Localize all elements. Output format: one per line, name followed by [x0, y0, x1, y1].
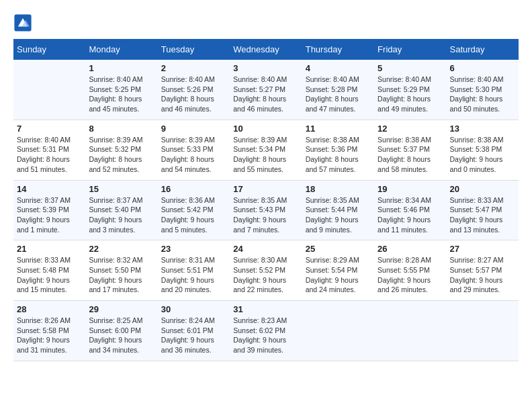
day-number: 18 [306, 184, 371, 194]
calendar-cell: 1Sunrise: 8:40 AM Sunset: 5:25 PM Daylig… [85, 60, 157, 120]
day-number: 12 [378, 124, 443, 134]
day-number: 21 [17, 244, 82, 254]
day-number: 11 [306, 124, 371, 134]
calendar-cell: 16Sunrise: 8:36 AM Sunset: 5:42 PM Dayli… [158, 180, 230, 240]
day-info: Sunrise: 8:40 AM Sunset: 5:29 PM Dayligh… [378, 75, 443, 114]
calendar-table: SundayMondayTuesdayWednesdayThursdayFrid… [13, 39, 519, 361]
day-info: Sunrise: 8:37 AM Sunset: 5:40 PM Dayligh… [89, 195, 154, 235]
calendar-cell: 15Sunrise: 8:37 AM Sunset: 5:40 PM Dayli… [85, 180, 157, 240]
day-info: Sunrise: 8:38 AM Sunset: 5:36 PM Dayligh… [306, 135, 371, 175]
calendar-cell: 31Sunrise: 8:23 AM Sunset: 6:02 PM Dayli… [230, 301, 302, 361]
day-number: 29 [89, 304, 154, 314]
calendar-cell: 27Sunrise: 8:27 AM Sunset: 5:57 PM Dayli… [447, 240, 519, 301]
page-header [13, 13, 519, 32]
calendar-cell: 21Sunrise: 8:33 AM Sunset: 5:48 PM Dayli… [13, 240, 85, 301]
day-number: 16 [161, 184, 226, 194]
day-info: Sunrise: 8:35 AM Sunset: 5:44 PM Dayligh… [306, 195, 371, 235]
day-number: 22 [89, 244, 154, 254]
day-info: Sunrise: 8:33 AM Sunset: 5:48 PM Dayligh… [17, 255, 82, 295]
calendar-cell: 25Sunrise: 8:29 AM Sunset: 5:54 PM Dayli… [302, 240, 374, 301]
day-number: 8 [89, 124, 154, 134]
calendar-cell [447, 301, 519, 361]
day-info: Sunrise: 8:40 AM Sunset: 5:27 PM Dayligh… [233, 75, 298, 114]
calendar-week-3: 21Sunrise: 8:33 AM Sunset: 5:48 PM Dayli… [13, 240, 519, 301]
day-info: Sunrise: 8:39 AM Sunset: 5:32 PM Dayligh… [89, 135, 154, 175]
day-number: 24 [233, 244, 298, 254]
day-number: 26 [378, 244, 443, 254]
calendar-cell: 14Sunrise: 8:37 AM Sunset: 5:39 PM Dayli… [13, 180, 85, 240]
day-info: Sunrise: 8:40 AM Sunset: 5:31 PM Dayligh… [17, 135, 82, 175]
day-number: 7 [17, 124, 82, 134]
day-info: Sunrise: 8:40 AM Sunset: 5:26 PM Dayligh… [161, 75, 226, 114]
day-number: 14 [17, 184, 82, 194]
day-info: Sunrise: 8:28 AM Sunset: 5:55 PM Dayligh… [378, 255, 443, 295]
calendar-cell: 3Sunrise: 8:40 AM Sunset: 5:27 PM Daylig… [230, 60, 302, 120]
calendar-cell [13, 60, 85, 120]
day-number: 27 [450, 244, 515, 254]
day-number: 6 [450, 63, 515, 73]
calendar-cell: 5Sunrise: 8:40 AM Sunset: 5:29 PM Daylig… [374, 60, 446, 120]
calendar-cell [374, 301, 446, 361]
day-number: 19 [378, 184, 443, 194]
day-info: Sunrise: 8:34 AM Sunset: 5:46 PM Dayligh… [378, 195, 443, 235]
day-info: Sunrise: 8:38 AM Sunset: 5:37 PM Dayligh… [378, 135, 443, 175]
calendar-cell [302, 301, 374, 361]
day-number: 30 [161, 304, 226, 314]
day-info: Sunrise: 8:40 AM Sunset: 5:30 PM Dayligh… [450, 75, 515, 114]
day-number: 17 [233, 184, 298, 194]
day-info: Sunrise: 8:27 AM Sunset: 5:57 PM Dayligh… [450, 255, 515, 295]
day-info: Sunrise: 8:23 AM Sunset: 6:02 PM Dayligh… [233, 316, 298, 355]
calendar-cell: 23Sunrise: 8:31 AM Sunset: 5:51 PM Dayli… [158, 240, 230, 301]
day-number: 9 [161, 124, 226, 134]
day-number: 5 [378, 63, 443, 73]
calendar-cell: 4Sunrise: 8:40 AM Sunset: 5:28 PM Daylig… [302, 60, 374, 120]
col-header-friday: Friday [374, 39, 446, 60]
day-number: 15 [89, 184, 154, 194]
calendar-week-2: 14Sunrise: 8:37 AM Sunset: 5:39 PM Dayli… [13, 180, 519, 240]
calendar-header-row: SundayMondayTuesdayWednesdayThursdayFrid… [13, 39, 519, 60]
day-info: Sunrise: 8:32 AM Sunset: 5:50 PM Dayligh… [89, 255, 154, 295]
col-header-tuesday: Tuesday [158, 39, 230, 60]
day-info: Sunrise: 8:38 AM Sunset: 5:38 PM Dayligh… [450, 135, 515, 175]
day-info: Sunrise: 8:29 AM Sunset: 5:54 PM Dayligh… [306, 255, 371, 295]
day-number: 13 [450, 124, 515, 134]
calendar-week-1: 7Sunrise: 8:40 AM Sunset: 5:31 PM Daylig… [13, 120, 519, 180]
calendar-cell: 22Sunrise: 8:32 AM Sunset: 5:50 PM Dayli… [85, 240, 157, 301]
calendar-cell: 9Sunrise: 8:39 AM Sunset: 5:33 PM Daylig… [158, 120, 230, 180]
calendar-cell: 28Sunrise: 8:26 AM Sunset: 5:58 PM Dayli… [13, 301, 85, 361]
day-info: Sunrise: 8:24 AM Sunset: 6:01 PM Dayligh… [161, 316, 226, 355]
day-number: 2 [161, 63, 226, 73]
day-number: 25 [306, 244, 371, 254]
calendar-cell: 24Sunrise: 8:30 AM Sunset: 5:52 PM Dayli… [230, 240, 302, 301]
logo-icon [13, 13, 32, 32]
calendar-cell: 26Sunrise: 8:28 AM Sunset: 5:55 PM Dayli… [374, 240, 446, 301]
calendar-cell: 2Sunrise: 8:40 AM Sunset: 5:26 PM Daylig… [158, 60, 230, 120]
calendar-cell: 18Sunrise: 8:35 AM Sunset: 5:44 PM Dayli… [302, 180, 374, 240]
calendar-cell: 12Sunrise: 8:38 AM Sunset: 5:37 PM Dayli… [374, 120, 446, 180]
day-info: Sunrise: 8:37 AM Sunset: 5:39 PM Dayligh… [17, 195, 82, 235]
day-number: 1 [89, 63, 154, 73]
day-info: Sunrise: 8:30 AM Sunset: 5:52 PM Dayligh… [233, 255, 298, 295]
col-header-thursday: Thursday [302, 39, 374, 60]
day-number: 10 [233, 124, 298, 134]
calendar-cell: 6Sunrise: 8:40 AM Sunset: 5:30 PM Daylig… [447, 60, 519, 120]
day-info: Sunrise: 8:33 AM Sunset: 5:47 PM Dayligh… [450, 195, 515, 235]
col-header-wednesday: Wednesday [230, 39, 302, 60]
day-info: Sunrise: 8:35 AM Sunset: 5:43 PM Dayligh… [233, 195, 298, 235]
calendar-cell: 19Sunrise: 8:34 AM Sunset: 5:46 PM Dayli… [374, 180, 446, 240]
day-info: Sunrise: 8:39 AM Sunset: 5:34 PM Dayligh… [233, 135, 298, 175]
calendar-cell: 11Sunrise: 8:38 AM Sunset: 5:36 PM Dayli… [302, 120, 374, 180]
calendar-cell: 20Sunrise: 8:33 AM Sunset: 5:47 PM Dayli… [447, 180, 519, 240]
day-info: Sunrise: 8:26 AM Sunset: 5:58 PM Dayligh… [17, 316, 82, 355]
col-header-monday: Monday [85, 39, 157, 60]
day-number: 4 [306, 63, 371, 73]
day-number: 3 [233, 63, 298, 73]
day-number: 23 [161, 244, 226, 254]
logo [13, 13, 35, 32]
calendar-cell: 8Sunrise: 8:39 AM Sunset: 5:32 PM Daylig… [85, 120, 157, 180]
day-info: Sunrise: 8:36 AM Sunset: 5:42 PM Dayligh… [161, 195, 226, 235]
day-number: 31 [233, 304, 298, 314]
calendar-cell: 7Sunrise: 8:40 AM Sunset: 5:31 PM Daylig… [13, 120, 85, 180]
day-info: Sunrise: 8:39 AM Sunset: 5:33 PM Dayligh… [161, 135, 226, 175]
calendar-cell: 13Sunrise: 8:38 AM Sunset: 5:38 PM Dayli… [447, 120, 519, 180]
